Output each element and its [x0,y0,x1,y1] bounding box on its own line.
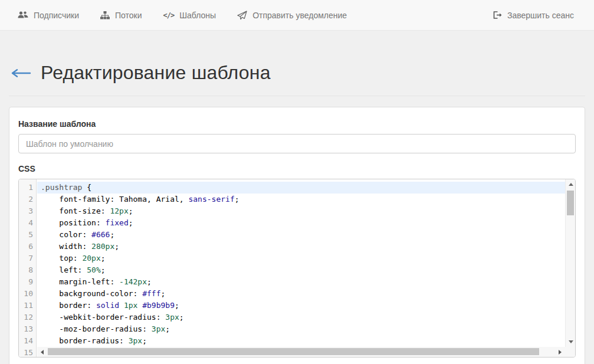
line-number: 5 [19,229,36,241]
line-number: 1 [19,182,36,194]
code-line: top: 20px; [37,252,565,264]
page-header: Редактирование шаблона [9,31,585,96]
users-icon [18,11,28,19]
line-number: 10 [19,288,36,300]
template-name-label: Название шаблона [18,119,576,129]
nav-item-templates[interactable]: </> Шаблоны [154,0,228,31]
code-line: font-size: 12px; [37,205,565,217]
editor-horizontal-scrollbar[interactable] [37,347,565,357]
line-number: 13 [19,323,36,335]
page-container: Редактирование шаблона Название шаблона … [9,31,585,364]
nav-item-streams[interactable]: Потоки [91,0,154,31]
scrollbar-corner [565,347,575,357]
line-number: 8 [19,264,36,276]
arrow-left-icon [41,350,44,355]
nav-item-logout[interactable]: Завершить сеанс [483,0,586,31]
navbar-menu: Подписчики Потоки </> Шаблоны [8,0,359,31]
arrow-up-icon [569,183,573,186]
sign-out-icon [493,11,502,19]
nav-item-label: Потоки [115,11,142,20]
send-icon [237,11,247,20]
horizontal-scroll-thumb[interactable] [48,348,539,355]
nav-item-label: Подписчики [34,11,79,20]
code-line: -webkit-border-radius: 3px; [37,311,565,323]
code-line: border-radius: 3px; [37,335,565,347]
back-arrow-icon [10,67,31,80]
line-number: 4 [19,217,36,229]
code-line: width: 280px; [37,241,565,252]
code-line: background-color: #fff; [37,288,565,300]
line-number: 3 [19,205,36,217]
css-code-editor: 123456789101112131415 .pushtrap { font-f… [18,179,576,358]
code-line: font-family: Tahoma, Arial, sans-serif; [37,194,565,205]
line-number: 9 [19,276,36,288]
template-name-input[interactable] [18,134,576,153]
nav-item-send-notification[interactable]: Отправить уведомление [228,0,359,31]
code-line: left: 50%; [37,264,565,276]
page-title: Редактирование шаблона [41,62,271,84]
code-line: color: #666; [37,229,565,241]
scroll-down-button[interactable] [566,337,576,347]
css-label: CSS [18,164,576,173]
line-number: 2 [19,194,36,205]
code-line: .pushtrap { [37,182,565,194]
scroll-up-button[interactable] [566,179,576,189]
sitemap-icon [100,11,110,19]
line-number: 15 [19,347,36,358]
line-number: 7 [19,252,36,264]
line-number: 12 [19,311,36,323]
top-navbar: Подписчики Потоки </> Шаблоны [0,0,594,31]
nav-item-subscribers[interactable]: Подписчики [8,0,91,31]
code-line: border: solid 1px #b9b9b9; [37,300,565,311]
nav-item-label: Шаблоны [179,11,216,20]
editor-gutter: 123456789101112131415 [19,179,37,357]
code-line: margin-left: -142px; [37,276,565,288]
editor-vertical-scrollbar[interactable] [565,179,575,347]
template-edit-card: Название шаблона CSS 1234567891011121314… [9,107,585,364]
nav-item-label: Отправить уведомление [252,11,347,20]
code-line: position: fixed; [37,217,565,229]
line-number: 14 [19,335,36,347]
editor-code[interactable]: .pushtrap { font-family: Tahoma, Arial, … [37,179,565,357]
line-number: 6 [19,241,36,252]
scroll-right-button[interactable] [555,347,565,357]
arrow-right-icon [559,350,562,355]
vertical-scroll-thumb[interactable] [567,191,574,215]
nav-item-label: Завершить сеанс [507,11,574,20]
code-line: -moz-border-radius: 3px; [37,323,565,335]
arrow-down-icon [569,340,573,343]
back-button[interactable] [10,67,31,80]
scroll-left-button[interactable] [37,347,47,357]
code-icon: </> [163,11,175,19]
line-number: 11 [19,300,36,311]
